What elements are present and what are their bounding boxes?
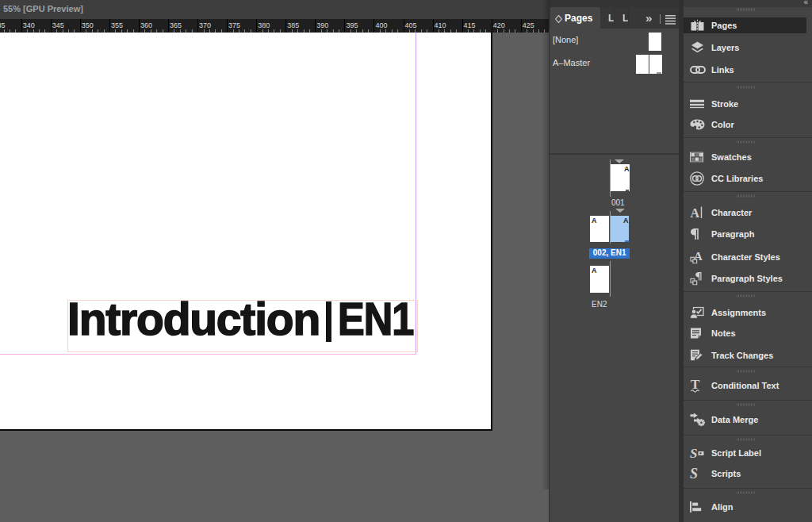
svg-text:S: S <box>690 447 697 460</box>
svg-text:A: A <box>691 206 700 219</box>
svg-text:S: S <box>690 467 698 481</box>
svg-text:T: T <box>691 378 700 392</box>
